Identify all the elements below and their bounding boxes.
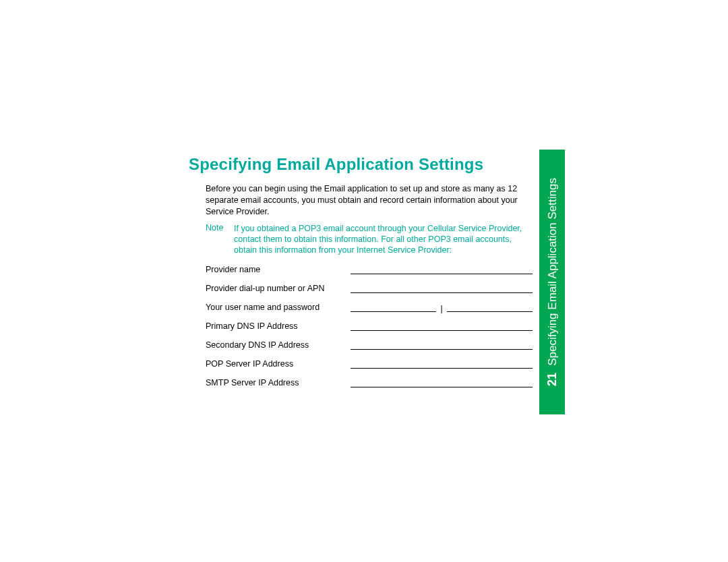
note-text: If you obtained a POP3 email account thr… [234, 223, 533, 256]
side-tab: 21 Specifying Email Application Settings [539, 150, 565, 414]
note-label: Note [206, 223, 234, 256]
form-blank-line [351, 304, 436, 312]
split-separator: | [436, 304, 446, 313]
form-label-pop-server: POP Server IP Address [206, 359, 351, 369]
form-label-smtp-server: SMTP Server IP Address [206, 378, 351, 387]
form-blank-line [351, 379, 533, 387]
form-blank-line [351, 266, 533, 274]
form-blank-line [351, 361, 533, 369]
form-label-dialup-apn: Provider dial-up number or APN [206, 284, 351, 293]
form-row: Primary DNS IP Address [206, 321, 533, 331]
side-tab-title: Specifying Email Application Settings [546, 178, 559, 366]
form-label-primary-dns: Primary DNS IP Address [206, 321, 351, 331]
form-label-username-password: Your user name and password [206, 303, 351, 312]
page-number: 21 [545, 373, 559, 386]
form-blank-line [351, 342, 533, 350]
form-row: Provider dial-up number or APN [206, 284, 533, 293]
form-row: Secondary DNS IP Address [206, 340, 533, 350]
intro-paragraph: Before you can begin using the Email app… [206, 183, 533, 218]
form-blank-line [351, 285, 533, 293]
page-title: Specifying Email Application Settings [189, 155, 566, 174]
form-row: Your user name and password | [206, 303, 533, 312]
form-row: POP Server IP Address [206, 359, 533, 369]
form-label-secondary-dns: Secondary DNS IP Address [206, 340, 351, 350]
form-blank-line [351, 323, 533, 331]
note-block: Note If you obtained a POP3 email accoun… [206, 223, 533, 256]
form-blank-line-split: | [351, 304, 533, 312]
form-row: Provider name [206, 265, 533, 274]
side-tab-inner: 21 Specifying Email Application Settings [545, 178, 559, 386]
form-row: SMTP Server IP Address [206, 378, 533, 387]
document-page: Specifying Email Application Settings Be… [189, 155, 566, 397]
form-label-provider-name: Provider name [206, 265, 351, 274]
form-blank-line [447, 304, 533, 312]
